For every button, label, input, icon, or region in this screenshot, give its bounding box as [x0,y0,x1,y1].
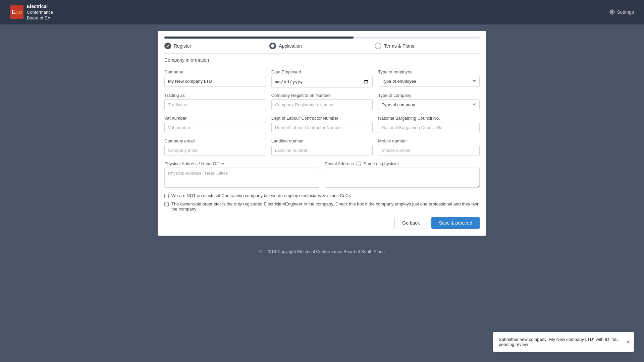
sole-proprietor-checkbox[interactable] [164,202,169,206]
step-terms: Terms & Plans [375,43,480,49]
same-as-physical-checkbox[interactable] [357,162,361,166]
dept-labour-input[interactable] [271,122,373,133]
toast-message: Submitted new company "My New company LT… [499,337,620,347]
physical-address-label: Physical Address / Head Office [164,161,319,166]
ecb-logo-icon: E CB [10,5,23,19]
form-row-3: Vat number Dept of Labour Contractor Num… [164,116,480,133]
company-email-input[interactable] [164,145,266,156]
postal-address-label-group: Postal Address Same as physicial [325,161,480,166]
progress-bar-container [158,31,486,39]
postal-address-textarea[interactable] [325,168,480,188]
landline-group: Landline number [271,138,373,156]
company-reg-group: Company Registration Number [271,93,373,110]
form-row-4: Company email Landline number Mobile num… [164,138,480,156]
step-application: Application [269,43,374,49]
company-input[interactable] [164,76,266,87]
type-of-company-select[interactable]: Type of company PTY Ltd CC Sole Propriet… [378,99,480,110]
step-register-circle [164,43,171,49]
section-title: Company information [164,57,209,63]
top-navigation: E CB Electrical Conformance Board of SA … [0,0,644,24]
date-employed-input[interactable] [271,76,373,87]
step-application-label: Application [279,43,302,49]
step-register-label: Register [174,43,191,49]
company-reg-label: Company Registration Number [271,93,373,98]
company-group: Company [164,69,266,87]
save-proceed-button[interactable]: Save & proceed [431,217,480,229]
step-terms-label: Terms & Plans [384,43,414,49]
form-area: Company Date Employed Type of employee T… [158,66,486,236]
date-employed-group: Date Employed [271,69,373,87]
form-row-2: Trading as Company Registration Number T… [164,93,480,110]
trading-as-input[interactable] [164,99,266,110]
address-inputs [164,168,480,188]
logo-area: E CB Electrical Conformance Board of SA [10,3,53,21]
trading-as-group: Trading as [164,93,266,110]
mobile-label: Mobile number [378,138,480,143]
form-row-1: Company Date Employed Type of employee T… [164,69,480,87]
landline-label: Landline number [271,138,373,143]
national-bargaining-group: National Bargaining Council No. [378,116,480,133]
national-bargaining-input[interactable] [378,122,480,133]
mobile-input[interactable] [378,145,480,156]
checkbox-row-2: The owner/sole proprietor is the only re… [164,201,480,212]
dept-labour-label: Dept of Labour Contractor Number [271,116,373,121]
footer: © - 2019 Copyright Electrical Conformanc… [0,242,644,261]
date-employed-label: Date Employed [271,69,373,74]
type-of-employee-select[interactable]: Type of employee Employee Contractor Dir… [378,76,480,87]
step-register: Register [164,43,269,49]
sole-proprietor-label: The owner/sole proprietor is the only re… [171,201,480,212]
go-back-button[interactable]: Go back [394,217,427,229]
company-email-label: Company email [164,138,266,143]
copyright-text: © - 2019 Copyright Electrical Conformanc… [259,249,385,254]
checkbox-row-1: We are NOT an electrical Contracting com… [164,193,480,198]
toast-close-button[interactable]: ✕ [626,339,630,345]
company-reg-input[interactable] [271,99,373,110]
step-application-circle [269,43,276,49]
trading-as-label: Trading as [164,93,266,98]
dept-labour-group: Dept of Labour Contractor Number [271,116,373,133]
landline-input[interactable] [271,145,373,156]
logo-text: Electrical Conformance Board of SA [27,3,53,21]
section-header: Company information [158,54,486,66]
vat-number-label: Vat number [164,116,266,121]
address-labels: Physical Address / Head Office Postal Ad… [164,161,480,166]
settings-label: Settings [617,9,634,15]
svg-point-3 [611,11,613,13]
logo-line2: Conformance [27,10,53,15]
type-of-company-label: Type of company [378,93,480,98]
same-as-physical-label: Same as physicial [364,161,399,166]
close-icon: ✕ [626,339,630,345]
button-row: Go back Save & proceed [164,217,480,229]
address-row: Physical Address / Head Office Postal Ad… [164,161,480,188]
vat-number-group: Vat number [164,116,266,133]
steps-row: Register Application Terms & Plans [158,39,486,53]
type-of-company-group: Type of company Type of company PTY Ltd … [378,93,480,110]
logo-line1: Electrical [27,4,48,9]
company-email-group: Company email [164,138,266,156]
main-card: Register Application Terms & Plans Compa… [158,31,486,236]
gear-icon [609,9,615,15]
logo-line3: Board of SA [27,15,50,20]
vat-number-input[interactable] [164,122,266,133]
national-bargaining-label: National Bargaining Council No. [378,116,480,121]
not-contracting-label: We are NOT an electrical Contracting com… [171,193,351,198]
company-label: Company [164,69,266,74]
mobile-group: Mobile number [378,138,480,156]
settings-button[interactable]: Settings [609,9,634,15]
not-contracting-checkbox[interactable] [164,194,169,198]
step-terms-circle [375,43,381,49]
type-of-employee-label: Type of employee [378,69,480,74]
physical-address-textarea[interactable] [164,168,319,188]
postal-address-label: Postal Address [325,161,354,166]
type-of-employee-group: Type of employee Type of employee Employ… [378,69,480,87]
toast-notification: Submitted new company "My New company LT… [493,332,634,352]
svg-text:CB: CB [15,10,22,15]
